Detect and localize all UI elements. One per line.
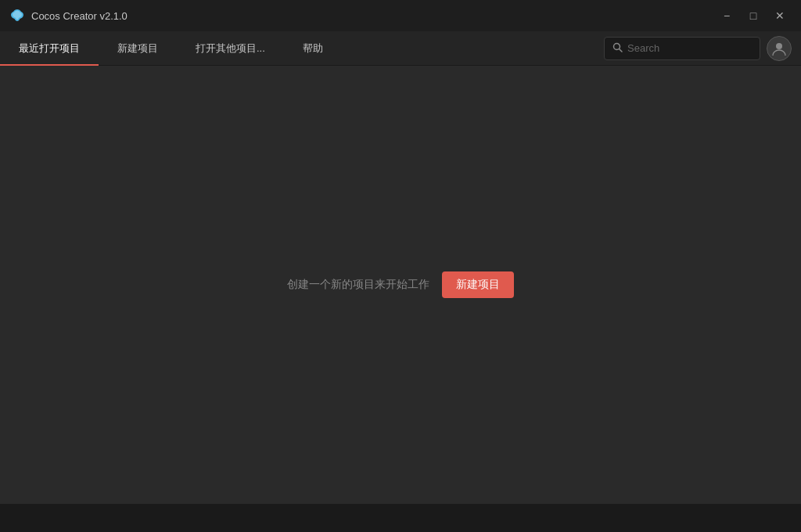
nav-item-recent[interactable]: 最近打开项目	[0, 31, 99, 66]
main-content: 创建一个新的项目来开始工作 新建项目	[0, 66, 801, 504]
nav-item-open[interactable]: 打开其他项目...	[177, 31, 284, 66]
minimize-button[interactable]: −	[715, 6, 738, 25]
title-bar: Cocos Creator v2.1.0 − □ ✕	[0, 0, 801, 31]
nav-item-help-label: 帮助	[303, 41, 323, 56]
nav-item-help[interactable]: 帮助	[284, 31, 342, 66]
new-project-button[interactable]: 新建项目	[442, 271, 514, 298]
app-title: Cocos Creator v2.1.0	[31, 10, 128, 22]
nav-bar: 最近打开项目 新建项目 打开其他项目... 帮助	[0, 31, 801, 66]
app-logo-icon	[9, 8, 25, 23]
search-icon	[612, 42, 623, 55]
svg-point-2	[776, 43, 782, 49]
empty-state-text: 创建一个新的项目来开始工作	[287, 278, 429, 292]
nav-items: 最近打开项目 新建项目 打开其他项目... 帮助	[0, 31, 604, 66]
search-box	[604, 37, 760, 60]
empty-state: 创建一个新的项目来开始工作 新建项目	[287, 271, 514, 298]
nav-item-new[interactable]: 新建项目	[99, 31, 177, 66]
title-bar-left: Cocos Creator v2.1.0	[9, 8, 128, 23]
nav-item-new-label: 新建项目	[117, 41, 158, 56]
nav-item-recent-label: 最近打开项目	[19, 41, 80, 56]
maximize-button[interactable]: □	[742, 6, 765, 25]
bottom-bar	[0, 504, 801, 532]
nav-item-open-label: 打开其他项目...	[196, 41, 265, 56]
search-input[interactable]	[627, 42, 752, 54]
nav-right	[604, 36, 801, 61]
user-avatar[interactable]	[767, 36, 792, 61]
close-button[interactable]: ✕	[768, 6, 792, 25]
window-controls: − □ ✕	[715, 6, 792, 25]
svg-line-1	[620, 49, 623, 52]
